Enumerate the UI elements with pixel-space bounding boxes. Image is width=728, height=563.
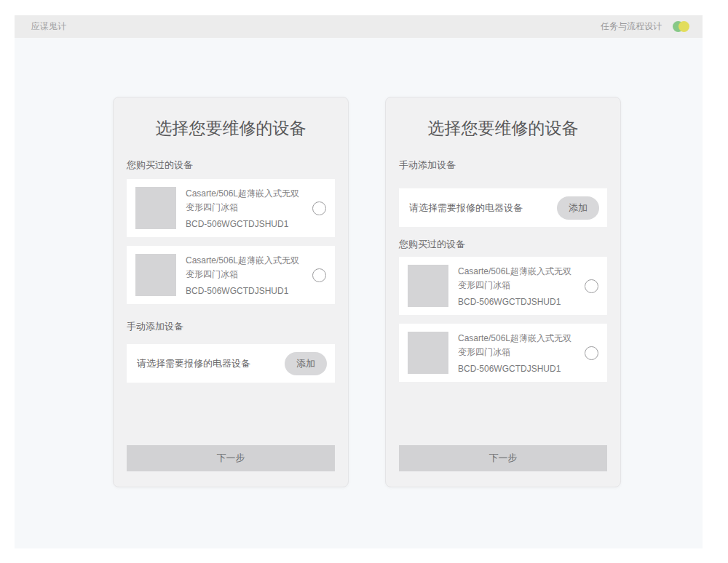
page-title: 选择您要维修的设备 — [399, 116, 607, 140]
add-device-row: 请选择需要报修的电器设备 添加 — [127, 344, 335, 383]
section-label-purchased: 您购买过的设备 — [399, 238, 607, 251]
radio-button-icon[interactable] — [312, 201, 326, 215]
design-canvas: 应谋鬼计 任务与流程设计 选择您要维修的设备 您购买过的设备 Casarte/5… — [15, 15, 703, 548]
device-card[interactable]: Casarte/506L超薄嵌入式无双变形四门冰箱 BCD-506WGCTDJS… — [127, 246, 335, 304]
device-info: Casarte/506L超薄嵌入式无双变形四门冰箱 BCD-506WGCTDJS… — [458, 265, 580, 308]
device-title: Casarte/506L超薄嵌入式无双变形四门冰箱 — [458, 265, 580, 292]
radio-button-icon[interactable] — [585, 346, 598, 360]
radio-button-icon[interactable] — [312, 268, 326, 282]
radio-button-icon[interactable] — [585, 279, 598, 293]
device-title: Casarte/506L超薄嵌入式无双变形四门冰箱 — [186, 187, 308, 215]
device-model: BCD-506WGCTDJSHUD1 — [186, 218, 308, 230]
device-info: Casarte/506L超薄嵌入式无双变形四门冰箱 BCD-506WGCTDJS… — [458, 332, 580, 375]
device-card[interactable]: Casarte/506L超薄嵌入式无双变形四门冰箱 BCD-506WGCTDJS… — [127, 179, 335, 237]
device-title: Casarte/506L超薄嵌入式无双变形四门冰箱 — [458, 332, 580, 359]
add-device-placeholder: 请选择需要报修的电器设备 — [409, 201, 523, 215]
device-title: Casarte/506L超薄嵌入式无双变形四门冰箱 — [186, 254, 308, 282]
device-card[interactable]: Casarte/506L超薄嵌入式无双变形四门冰箱 BCD-506WGCTDJS… — [399, 324, 607, 382]
screen-panel-right: 选择您要维修的设备 手动添加设备 请选择需要报修的电器设备 添加 您购买过的设备… — [385, 97, 621, 487]
topbar-right-group: 任务与流程设计 — [601, 20, 689, 33]
yellow-dot-icon — [678, 21, 689, 32]
board: 选择您要维修的设备 您购买过的设备 Casarte/506L超薄嵌入式无双变形四… — [15, 38, 703, 548]
screen-panel-left: 选择您要维修的设备 您购买过的设备 Casarte/506L超薄嵌入式无双变形四… — [113, 97, 349, 487]
add-button[interactable]: 添加 — [285, 352, 327, 375]
device-image-placeholder — [135, 187, 176, 229]
device-model: BCD-506WGCTDJSHUD1 — [458, 296, 580, 308]
device-model: BCD-506WGCTDJSHUD1 — [186, 285, 308, 297]
device-model: BCD-506WGCTDJSHUD1 — [458, 363, 580, 375]
next-step-button[interactable]: 下一步 — [127, 445, 335, 471]
section-label-purchased: 您购买过的设备 — [127, 159, 335, 172]
section-label-manual: 手动添加设备 — [399, 159, 607, 172]
device-image-placeholder — [408, 332, 448, 374]
topbar: 应谋鬼计 任务与流程设计 — [15, 15, 703, 38]
device-image-placeholder — [135, 254, 176, 296]
app-name: 应谋鬼计 — [31, 20, 66, 33]
topbar-mode-label: 任务与流程设计 — [601, 20, 662, 33]
device-card[interactable]: Casarte/506L超薄嵌入式无双变形四门冰箱 BCD-506WGCTDJS… — [399, 257, 607, 315]
device-info: Casarte/506L超薄嵌入式无双变形四门冰箱 BCD-506WGCTDJS… — [186, 254, 308, 297]
device-image-placeholder — [408, 265, 448, 307]
add-device-placeholder: 请选择需要报修的电器设备 — [137, 357, 250, 370]
page-title: 选择您要维修的设备 — [127, 116, 335, 140]
next-step-button[interactable]: 下一步 — [399, 445, 607, 471]
section-label-manual: 手动添加设备 — [127, 320, 335, 333]
status-dots — [673, 21, 689, 32]
device-info: Casarte/506L超薄嵌入式无双变形四门冰箱 BCD-506WGCTDJS… — [186, 187, 308, 230]
add-button[interactable]: 添加 — [557, 196, 599, 220]
add-device-row: 请选择需要报修的电器设备 添加 — [399, 188, 607, 227]
